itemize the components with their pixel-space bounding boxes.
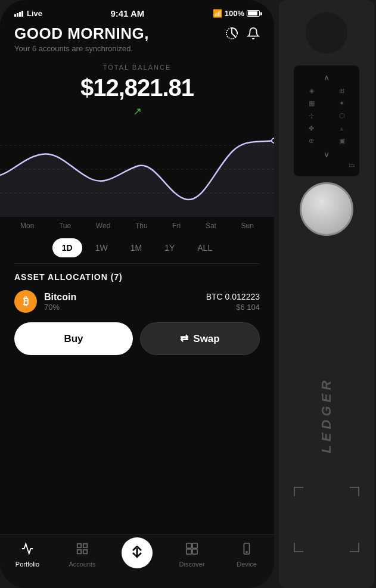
chart-svg	[0, 122, 274, 217]
svg-rect-12	[187, 543, 191, 548]
ledger-brand: LEDGER	[319, 377, 334, 453]
asset-row-bitcoin: ₿ Bitcoin 70% BTC 0.012223 $6 104	[14, 290, 260, 313]
corner-bl	[294, 543, 303, 552]
section-divider	[14, 263, 260, 264]
day-wed: Wed	[96, 222, 110, 230]
corner-tr	[350, 487, 359, 496]
period-1m[interactable]: 1M	[121, 238, 151, 257]
nav-center	[110, 540, 164, 568]
day-sun: Sun	[241, 222, 254, 230]
ledger-icon-7: ✤	[299, 125, 324, 132]
svg-rect-6	[77, 544, 81, 547]
accounts-nav-icon	[76, 542, 89, 558]
bell-icon[interactable]	[247, 27, 260, 43]
nav-portfolio[interactable]: Portfolio	[0, 540, 55, 568]
nav-accounts-label: Accounts	[69, 561, 95, 568]
period-1w[interactable]: 1W	[86, 238, 117, 257]
ledger-icon-8: ⟁	[329, 125, 355, 132]
status-right: 📶 100%	[213, 9, 260, 18]
svg-rect-7	[83, 544, 87, 547]
status-bar: Live 9:41 AM 📶 100%	[0, 0, 274, 18]
asset-percent: 70%	[44, 303, 76, 312]
asset-left: ₿ Bitcoin 70%	[14, 290, 76, 313]
buy-label: Buy	[64, 333, 83, 345]
header-icons	[225, 27, 260, 43]
asset-right: BTC 0.012223 $6 104	[206, 292, 260, 312]
ledger-icon-10: ▣	[329, 137, 355, 145]
day-tue: Tue	[59, 222, 71, 230]
swap-icon: ⇄	[180, 332, 188, 345]
ledger-corners	[294, 487, 359, 552]
nav-portfolio-label: Portfolio	[15, 561, 39, 568]
battery-icon	[247, 10, 260, 17]
day-thu: Thu	[135, 222, 148, 230]
asset-usd: $6 104	[206, 303, 260, 312]
asset-amount: BTC 0.012223	[206, 292, 260, 301]
nav-discover[interactable]: Discover	[164, 540, 219, 568]
svg-rect-9	[83, 550, 87, 553]
discover-nav-icon	[185, 542, 198, 558]
phone-content: GOOD MORNING, Your 6 accounts are synchr…	[0, 18, 274, 529]
svg-point-17	[246, 552, 247, 553]
balance-amount: $12,821.81	[14, 74, 260, 101]
ledger-icon-4: ✦	[329, 99, 355, 107]
ledger-camera-circle	[306, 12, 347, 54]
ledger-up-arrow: ∧	[299, 73, 355, 82]
buy-button[interactable]: Buy	[14, 322, 133, 355]
carrier-label: Live	[27, 9, 42, 18]
ledger-icon-3: ▦	[299, 99, 324, 107]
ledger-icon-11: ▭	[299, 161, 355, 169]
phone-container: Live 9:41 AM 📶 100% GOOD MORNING, Your 6…	[0, 0, 274, 588]
ledger-icon-6: ⬡	[329, 112, 355, 120]
ledger-wheel-button[interactable]	[300, 182, 353, 236]
asset-name: Bitcoin	[44, 292, 76, 303]
ledger-icon-2: ⊞	[329, 87, 355, 95]
period-all[interactable]: ALL	[188, 238, 222, 257]
bottom-nav: Portfolio Accounts	[0, 534, 274, 588]
nav-discover-label: Discover	[179, 561, 205, 568]
asset-allocation-title: ASSET ALLOCATION (7)	[14, 272, 260, 282]
bluetooth-icon: 📶	[213, 9, 222, 18]
day-mon: Mon	[20, 222, 34, 230]
svg-rect-13	[192, 543, 197, 548]
time-label: 9:41 AM	[110, 8, 144, 18]
balance-label: TOTAL BALANCE	[14, 64, 260, 71]
asset-info: Bitcoin 70%	[44, 292, 76, 312]
greeting-title: GOOD MORNING,	[14, 24, 149, 43]
ledger-icon-1: ◈	[299, 87, 324, 95]
ledger-icon-5: ⊹	[299, 112, 324, 120]
corner-tl	[294, 487, 303, 496]
svg-rect-15	[192, 549, 197, 554]
period-selector: 1D 1W 1M 1Y ALL	[14, 238, 260, 257]
time-labels: Mon Tue Wed Thu Fri Sat Sun	[14, 217, 260, 230]
nav-device[interactable]: Device	[219, 540, 274, 568]
portfolio-chart-icon[interactable]	[225, 27, 238, 43]
day-sat: Sat	[206, 222, 216, 230]
svg-rect-8	[77, 550, 81, 553]
swap-button[interactable]: ⇄ Swap	[140, 322, 260, 355]
greeting-subtitle: Your 6 accounts are synchronized.	[14, 44, 149, 53]
action-buttons: Buy ⇄ Swap	[14, 322, 260, 355]
device-nav-icon	[240, 542, 253, 558]
period-1y[interactable]: 1Y	[155, 238, 184, 257]
nav-accounts[interactable]: Accounts	[55, 540, 110, 568]
battery-percent: 100%	[225, 9, 244, 18]
ledger-icon-9: ⊕	[299, 137, 324, 145]
chart-container	[0, 122, 274, 217]
balance-change: ↗	[14, 105, 260, 118]
ledger-down-arrow: ∨	[299, 150, 355, 159]
status-left: Live	[14, 9, 42, 18]
bitcoin-icon: ₿	[14, 290, 37, 313]
change-arrow-icon: ↗	[133, 105, 142, 118]
svg-rect-14	[187, 549, 191, 554]
corner-br	[350, 543, 359, 552]
header-text: GOOD MORNING, Your 6 accounts are synchr…	[14, 24, 149, 53]
day-fri: Fri	[172, 222, 181, 230]
transfer-button[interactable]	[122, 537, 153, 568]
period-1d[interactable]: 1D	[52, 238, 82, 257]
signal-icon	[14, 11, 23, 17]
balance-section: TOTAL BALANCE $12,821.81 ↗	[14, 64, 260, 118]
swap-label: Swap	[193, 333, 219, 345]
portfolio-nav-icon	[21, 542, 34, 558]
header: GOOD MORNING, Your 6 accounts are synchr…	[14, 24, 260, 53]
